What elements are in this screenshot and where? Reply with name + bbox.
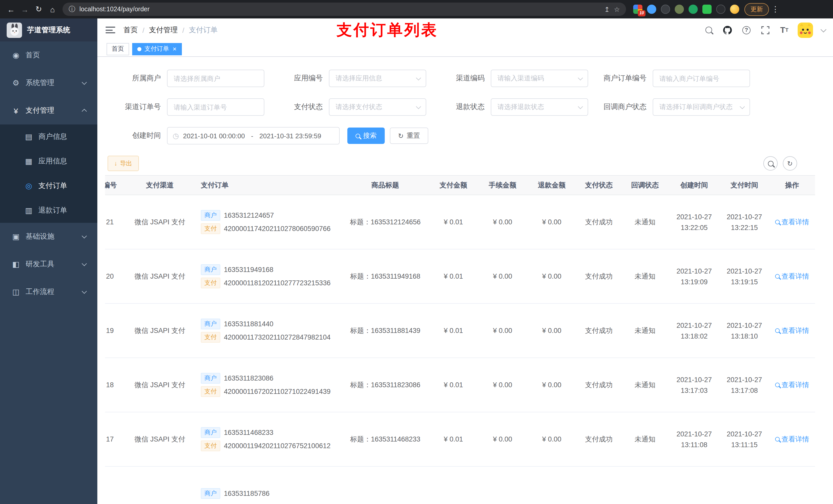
tab-close-icon[interactable]: × bbox=[173, 46, 176, 52]
sidebar-item-infrastructure[interactable]: ▣ 基础设施 bbox=[0, 223, 97, 250]
sidebar-item-workflow[interactable]: ◫ 工作流程 bbox=[0, 278, 97, 306]
merchant-tag: 商户 bbox=[201, 210, 220, 221]
cell-refund-amount: ¥ 0.00 bbox=[527, 195, 576, 249]
browser-back-icon[interactable]: ← bbox=[4, 2, 18, 16]
filter-row-1: 所属商户 应用编号 请选择应用信息 渠道编码 请输入渠道编码 bbox=[105, 70, 823, 87]
filter-create-time: 创建时间 ◷ 2021-10-01 00:00:00 - 2021-10-31 … bbox=[105, 127, 340, 144]
detail-search-icon bbox=[775, 383, 780, 387]
extension-olive-icon[interactable] bbox=[675, 5, 684, 14]
merchant-order-no: 1635312124657 bbox=[224, 212, 274, 219]
extension-badge: 10 bbox=[638, 10, 645, 16]
pay-status-select[interactable]: 请选择支付状态 bbox=[329, 98, 426, 116]
url-text: localhost:1024/pay/order bbox=[79, 6, 149, 13]
notify-status-placeholder: 请选择订单回调商户状态 bbox=[659, 102, 740, 112]
view-detail-link[interactable]: 查看详情 bbox=[775, 217, 809, 226]
refund-status-select[interactable]: 请选择退款状态 bbox=[491, 98, 588, 116]
sidebar-item-payment[interactable]: ¥ 支付管理 bbox=[0, 97, 97, 124]
notify-status-select[interactable]: 请选择订单回调商户状态 bbox=[653, 98, 750, 116]
breadcrumb-payment[interactable]: 支付管理 bbox=[149, 25, 178, 34]
share-icon[interactable]: ↥ bbox=[604, 5, 610, 13]
app-select[interactable]: 请选择应用信息 bbox=[329, 70, 426, 87]
reset-button[interactable]: ↻ 重置 bbox=[390, 127, 428, 144]
view-detail-link[interactable]: 查看详情 bbox=[775, 435, 809, 444]
user-avatar[interactable] bbox=[798, 22, 813, 38]
cell-actions bbox=[769, 466, 815, 504]
yen-icon: ¥ bbox=[10, 106, 22, 115]
merchant-order-input[interactable] bbox=[653, 70, 750, 87]
github-icon[interactable] bbox=[722, 24, 733, 35]
pay-order-no: 4200001181202110277723215336 bbox=[224, 279, 330, 287]
header-search-icon[interactable] bbox=[703, 24, 714, 35]
pay-tag: 支付 bbox=[201, 440, 220, 451]
chevron-down-icon bbox=[416, 104, 421, 109]
browser-update-button[interactable]: 更新 bbox=[744, 3, 769, 16]
breadcrumb-home[interactable]: 首页 bbox=[123, 25, 138, 34]
cell-channel: 微信 JSAPI 支付 bbox=[124, 412, 196, 466]
site-info-icon[interactable]: ⓘ bbox=[69, 5, 75, 14]
cell-channel: 微信 JSAPI 支付 bbox=[124, 195, 196, 249]
chevron-down-icon bbox=[82, 289, 87, 294]
fullscreen-icon[interactable] bbox=[760, 24, 771, 35]
merchant-label: 所属商户 bbox=[105, 74, 167, 83]
search-button[interactable]: 搜索 bbox=[347, 127, 385, 144]
sidebar-item-pay-order[interactable]: ◎ 支付订单 bbox=[0, 174, 97, 198]
sidebar-item-merchant-info[interactable]: ▤ 商户信息 bbox=[0, 124, 97, 149]
breadcrumb-separator: / bbox=[182, 26, 185, 34]
col-header-order: 支付订单 bbox=[196, 175, 342, 195]
sidebar-toggle-icon[interactable] bbox=[105, 27, 115, 33]
sidebar-item-system[interactable]: ⚙ 系统管理 bbox=[0, 69, 97, 97]
view-detail-link[interactable]: 查看详情 bbox=[775, 326, 809, 335]
search-button-label: 搜索 bbox=[363, 131, 377, 140]
browser-home-icon[interactable]: ⌂ bbox=[46, 2, 60, 16]
address-bar[interactable]: ⓘ localhost:1024/pay/order ↥ ☆ bbox=[63, 3, 626, 16]
app-logo[interactable]: 芋道管理系统 bbox=[0, 19, 97, 42]
cell-order: 商户163531185786 bbox=[196, 466, 342, 504]
cell-pay-amount: ¥ 0.01 bbox=[429, 358, 478, 412]
sidebar-item-dev-tools[interactable]: ◧ 研发工具 bbox=[0, 250, 97, 278]
view-detail-link[interactable]: 查看详情 bbox=[775, 380, 809, 389]
reset-button-label: 重置 bbox=[407, 131, 420, 140]
cell-fee-amount: ¥ 0.00 bbox=[478, 412, 527, 466]
tab-pay-order[interactable]: 支付订单 × bbox=[132, 43, 182, 55]
extension-puzzle-icon[interactable]: 10 bbox=[633, 5, 642, 14]
screen: ← → ↻ ⌂ ⓘ localhost:1024/pay/order ↥ ☆ 1… bbox=[0, 0, 833, 504]
channel-order-input[interactable] bbox=[167, 98, 264, 116]
tab-home[interactable]: 首页 bbox=[106, 43, 129, 55]
bookmark-star-icon[interactable]: ☆ bbox=[614, 5, 620, 13]
browser-forward-icon[interactable]: → bbox=[18, 2, 32, 16]
user-menu-caret-icon[interactable] bbox=[821, 26, 827, 32]
extension-green-square-icon[interactable] bbox=[703, 5, 712, 14]
view-detail-link[interactable]: 查看详情 bbox=[775, 272, 809, 281]
extension-check-icon[interactable] bbox=[689, 5, 698, 14]
extension-dark-icon[interactable] bbox=[661, 5, 670, 14]
document-icon: ▥ bbox=[23, 206, 35, 215]
col-header-title: 商品标题 bbox=[342, 175, 429, 195]
create-time-range-picker[interactable]: ◷ 2021-10-01 00:00:00 - 2021-10-31 23:59… bbox=[167, 127, 340, 144]
sidebar-item-refund-order[interactable]: ▥ 退款订单 bbox=[0, 198, 97, 223]
cell-id: 17 bbox=[105, 412, 124, 466]
channel-code-select[interactable]: 请输入渠道编码 bbox=[491, 70, 588, 87]
cell-title: 标题：1635311949168 bbox=[342, 249, 429, 304]
extension-emoji-icon[interactable] bbox=[730, 5, 739, 14]
font-size-icon[interactable]: TT bbox=[779, 24, 790, 35]
cell-status: 支付成功 bbox=[576, 412, 621, 466]
sidebar-item-app-info[interactable]: ▦ 应用信息 bbox=[0, 149, 97, 174]
cell-order: 商户1635311823086 支付4200001167202110271022… bbox=[196, 358, 342, 412]
chevron-down-icon bbox=[740, 104, 745, 109]
table-row: 17 微信 JSAPI 支付 商户1635311468233 支付4200001… bbox=[105, 412, 815, 466]
cell-fee-amount: ¥ 0.00 bbox=[478, 249, 527, 304]
browser-menu-icon[interactable]: ⋮ bbox=[769, 5, 782, 14]
toggle-search-button[interactable] bbox=[763, 156, 778, 171]
browser-reload-icon[interactable]: ↻ bbox=[32, 2, 46, 16]
help-icon[interactable]: ? bbox=[741, 24, 752, 35]
export-button[interactable]: ↓ 导出 bbox=[108, 156, 139, 171]
col-header-channel: 支付渠道 bbox=[124, 175, 196, 195]
cell-id bbox=[105, 466, 124, 504]
extension-drop-icon[interactable] bbox=[647, 5, 656, 14]
sidebar-item-home[interactable]: ◉ 首页 bbox=[0, 42, 97, 69]
merchant-input[interactable] bbox=[167, 70, 264, 87]
refresh-table-button[interactable]: ↻ bbox=[783, 156, 797, 171]
extension-pin-icon[interactable] bbox=[716, 5, 725, 14]
col-header-pay-time: 支付时间 bbox=[720, 175, 769, 195]
cell-actions: 查看详情 bbox=[769, 358, 815, 412]
